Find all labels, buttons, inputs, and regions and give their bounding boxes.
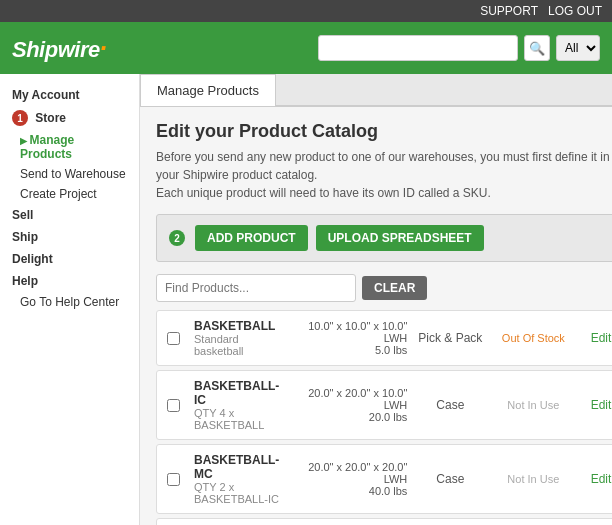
product-status: Not In Use xyxy=(493,472,573,486)
product-name: BASKETBALL-IC xyxy=(194,379,279,407)
search-scope-select[interactable]: All xyxy=(556,35,600,61)
product-edit-link[interactable]: Edit xyxy=(581,472,611,486)
product-checkbox[interactable] xyxy=(167,332,180,345)
sidebar-section-sell[interactable]: Sell xyxy=(0,204,139,226)
product-checkbox[interactable] xyxy=(167,473,180,486)
product-edit-link[interactable]: Edit xyxy=(581,331,611,345)
find-products-input[interactable] xyxy=(156,274,356,302)
content-area: Edit your Product Catalog Before you sen… xyxy=(140,107,612,525)
tab-manage-products[interactable]: Manage Products xyxy=(140,74,276,106)
product-desc: QTY 2 x BASKETBALL-IC xyxy=(194,481,279,505)
search-bar: 🔍 All xyxy=(318,35,600,61)
product-name: BASKETBALL xyxy=(194,319,275,333)
product-list: BASKETBALL Standard basketball 10.0" x 1… xyxy=(156,310,612,525)
table-row: BASKETBALL Standard basketball 10.0" x 1… xyxy=(156,310,612,366)
status-badge: Not In Use xyxy=(507,473,559,485)
table-row: BASKETBALL-MC QTY 2 x BASKETBALL-IC 20.0… xyxy=(156,444,612,514)
product-name: BASKETBALL-MC xyxy=(194,453,279,481)
product-info: BASKETBALL-IC QTY 4 x BASKETBALL xyxy=(194,379,279,431)
product-desc: Standard basketball xyxy=(194,333,275,357)
page-description: Before you send any new product to one o… xyxy=(156,148,612,202)
status-badge: Not In Use xyxy=(507,399,559,411)
store-badge: 1 xyxy=(12,110,28,126)
action-bar: 2 ADD PRODUCT UPLOAD SPREADSHEET xyxy=(156,214,612,262)
upload-spreadsheet-button[interactable]: UPLOAD SPREADSHEET xyxy=(316,225,484,251)
header: Shipwire· 🔍 All xyxy=(0,22,612,74)
logo: Shipwire· xyxy=(12,33,106,64)
sidebar-section-help[interactable]: Help xyxy=(0,270,139,292)
status-badge: Out Of Stock xyxy=(502,332,565,344)
sidebar-item-send-to-warehouse[interactable]: Send to Warehouse xyxy=(0,164,139,184)
top-bar: SUPPORT LOG OUT xyxy=(0,0,612,22)
page-title: Edit your Product Catalog xyxy=(156,121,612,142)
product-status: Out Of Stock xyxy=(493,331,573,345)
product-checkbox[interactable] xyxy=(167,399,180,412)
filter-bar: CLEAR xyxy=(156,274,612,302)
search-input[interactable] xyxy=(318,35,518,61)
product-info: BASKETBALL Standard basketball xyxy=(194,319,275,357)
search-button[interactable]: 🔍 xyxy=(524,35,550,61)
product-dimensions: 20.0" x 20.0" x 10.0" LWH20.0 lbs xyxy=(287,387,407,423)
table-row: BOTTLE-IC QTY x 6 BOTTLE 7.0" x 10.5" x … xyxy=(156,518,612,525)
sidebar-section-delight[interactable]: Delight xyxy=(0,248,139,270)
add-product-button[interactable]: ADD PRODUCT xyxy=(195,225,308,251)
layout: My Account 1 Store Manage Products Send … xyxy=(0,74,612,525)
sidebar-my-account[interactable]: My Account xyxy=(0,84,139,106)
product-info: BASKETBALL-MC QTY 2 x BASKETBALL-IC xyxy=(194,453,279,505)
product-type: Case xyxy=(415,472,485,486)
sidebar: My Account 1 Store Manage Products Send … xyxy=(0,74,140,525)
product-type: Pick & Pack xyxy=(415,331,485,345)
product-dimensions: 20.0" x 20.0" x 20.0" LWH40.0 lbs xyxy=(287,461,407,497)
product-type: Case xyxy=(415,398,485,412)
product-edit-link[interactable]: Edit xyxy=(581,398,611,412)
sidebar-section-store[interactable]: 1 Store xyxy=(0,106,139,130)
product-status: Not In Use xyxy=(493,398,573,412)
main-content: Manage Products Edit your Product Catalo… xyxy=(140,74,612,525)
sidebar-item-manage-products[interactable]: Manage Products xyxy=(0,130,139,164)
sidebar-item-help-center[interactable]: Go To Help Center xyxy=(0,292,139,312)
action-badge: 2 xyxy=(169,230,185,246)
support-link[interactable]: SUPPORT xyxy=(480,4,538,18)
product-dimensions: 10.0" x 10.0" x 10.0" LWH5.0 lbs xyxy=(283,320,407,356)
clear-button[interactable]: CLEAR xyxy=(362,276,427,300)
logout-link[interactable]: LOG OUT xyxy=(548,4,602,18)
table-row: BASKETBALL-IC QTY 4 x BASKETBALL 20.0" x… xyxy=(156,370,612,440)
tabs-bar: Manage Products xyxy=(140,74,612,107)
product-desc: QTY 4 x BASKETBALL xyxy=(194,407,279,431)
sidebar-section-ship[interactable]: Ship xyxy=(0,226,139,248)
sidebar-item-create-project[interactable]: Create Project xyxy=(0,184,139,204)
